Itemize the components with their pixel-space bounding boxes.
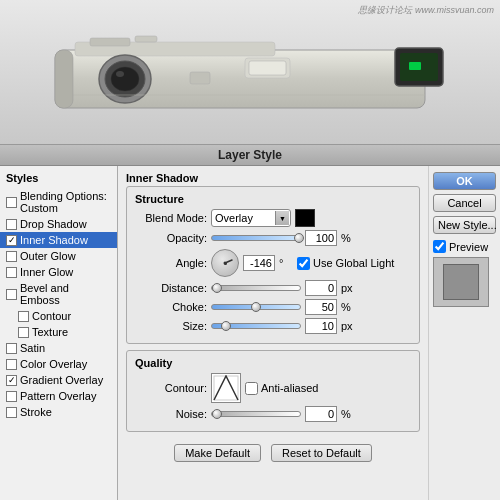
texture-checkbox[interactable] bbox=[18, 327, 29, 338]
preview-box bbox=[433, 257, 489, 307]
style-label-texture: Texture bbox=[32, 326, 68, 338]
noise-slider[interactable] bbox=[211, 411, 301, 417]
inner-shadow-checkbox[interactable]: ✓ bbox=[6, 235, 17, 246]
outer-glow-checkbox[interactable] bbox=[6, 251, 17, 262]
opacity-slider-handle[interactable] bbox=[294, 233, 304, 243]
opacity-input[interactable] bbox=[305, 230, 337, 246]
style-item-drop-shadow[interactable]: Drop Shadow bbox=[0, 216, 117, 232]
noise-input[interactable] bbox=[305, 406, 337, 422]
gradient-overlay-checkbox[interactable]: ✓ bbox=[6, 375, 17, 386]
contour-checkbox[interactable] bbox=[18, 311, 29, 322]
middle-panel: Inner Shadow Structure Blend Mode: Overl… bbox=[118, 166, 428, 500]
preview-label-row: Preview bbox=[433, 240, 496, 253]
dialog-title: Layer Style bbox=[218, 148, 282, 162]
angle-dial[interactable] bbox=[211, 249, 239, 277]
style-label-inner-glow: Inner Glow bbox=[20, 266, 73, 278]
size-label: Size: bbox=[135, 320, 207, 332]
cancel-button[interactable]: Cancel bbox=[433, 194, 496, 212]
choke-label: Choke: bbox=[135, 301, 207, 313]
style-label-blending: Blending Options: Custom bbox=[20, 190, 111, 214]
style-item-color-overlay[interactable]: Color Overlay bbox=[0, 356, 117, 372]
preview-inner bbox=[443, 264, 479, 300]
contour-thumb[interactable] bbox=[211, 373, 241, 403]
right-panel: OK Cancel New Style... Preview bbox=[428, 166, 500, 500]
distance-input[interactable] bbox=[305, 280, 337, 296]
anti-alias-label: Anti-aliased bbox=[261, 382, 318, 394]
watermark: 思缘设计论坛 www.missvuan.com bbox=[358, 4, 494, 17]
new-style-button[interactable]: New Style... bbox=[433, 216, 496, 234]
style-item-blending[interactable]: Blending Options: Custom bbox=[0, 188, 117, 216]
ok-button[interactable]: OK bbox=[433, 172, 496, 190]
svg-rect-10 bbox=[409, 62, 421, 70]
noise-slider-handle[interactable] bbox=[212, 409, 222, 419]
size-row: Size: px bbox=[135, 318, 411, 334]
choke-slider-handle[interactable] bbox=[251, 302, 261, 312]
dialog-title-bar: Layer Style bbox=[0, 145, 500, 166]
svg-rect-13 bbox=[190, 72, 210, 84]
svg-rect-3 bbox=[135, 36, 157, 42]
bevel-emboss-checkbox[interactable] bbox=[6, 289, 17, 300]
style-label-bevel-emboss: Bevel and Emboss bbox=[20, 282, 111, 306]
svg-rect-12 bbox=[249, 61, 286, 75]
blend-mode-row: Blend Mode: Overlay ▼ bbox=[135, 209, 411, 227]
angle-unit: ° bbox=[279, 257, 293, 269]
svg-point-7 bbox=[116, 71, 124, 77]
style-item-texture[interactable]: Texture bbox=[0, 324, 117, 340]
anti-alias-checkbox[interactable] bbox=[245, 382, 258, 395]
stroke-checkbox[interactable] bbox=[6, 407, 17, 418]
style-item-satin[interactable]: Satin bbox=[0, 340, 117, 356]
svg-rect-2 bbox=[90, 38, 130, 46]
distance-slider[interactable] bbox=[211, 285, 301, 291]
contour-row: Contour: Anti-aliased bbox=[135, 373, 411, 403]
blend-color-swatch[interactable] bbox=[295, 209, 315, 227]
preview-checkbox[interactable] bbox=[433, 240, 446, 253]
distance-slider-handle[interactable] bbox=[212, 283, 222, 293]
drop-shadow-checkbox[interactable] bbox=[6, 219, 17, 230]
style-item-bevel-emboss[interactable]: Bevel and Emboss bbox=[0, 280, 117, 308]
bottom-buttons: Make Default Reset to Default bbox=[126, 438, 420, 468]
style-label-gradient-overlay: Gradient Overlay bbox=[20, 374, 103, 386]
make-default-button[interactable]: Make Default bbox=[174, 444, 261, 462]
reset-to-default-button[interactable]: Reset to Default bbox=[271, 444, 372, 462]
angle-label: Angle: bbox=[135, 257, 207, 269]
style-item-contour[interactable]: Contour bbox=[0, 308, 117, 324]
color-overlay-checkbox[interactable] bbox=[6, 359, 17, 370]
pattern-overlay-checkbox[interactable] bbox=[6, 391, 17, 402]
structure-title: Structure bbox=[135, 193, 411, 205]
size-input[interactable] bbox=[305, 318, 337, 334]
inner-glow-checkbox[interactable] bbox=[6, 267, 17, 278]
distance-unit: px bbox=[341, 282, 355, 294]
style-item-stroke[interactable]: Stroke bbox=[0, 404, 117, 420]
distance-row: Distance: px bbox=[135, 280, 411, 296]
style-item-pattern-overlay[interactable]: Pattern Overlay bbox=[0, 388, 117, 404]
style-item-inner-glow[interactable]: Inner Glow bbox=[0, 264, 117, 280]
blend-mode-select[interactable]: Overlay ▼ bbox=[211, 209, 291, 227]
opacity-unit: % bbox=[341, 232, 355, 244]
size-slider-handle[interactable] bbox=[221, 321, 231, 331]
choke-slider[interactable] bbox=[211, 304, 301, 310]
layer-style-dialog: Layer Style Styles Blending Options: Cus… bbox=[0, 145, 500, 500]
use-global-light-checkbox[interactable] bbox=[297, 257, 310, 270]
opacity-slider[interactable] bbox=[211, 235, 301, 241]
inner-shadow-section-title: Inner Shadow bbox=[126, 172, 420, 184]
structure-section: Structure Blend Mode: Overlay ▼ Opacity: bbox=[126, 186, 420, 344]
noise-unit: % bbox=[341, 408, 355, 420]
choke-input[interactable] bbox=[305, 299, 337, 315]
angle-input[interactable] bbox=[243, 255, 275, 271]
svg-point-17 bbox=[224, 262, 227, 265]
satin-checkbox[interactable] bbox=[6, 343, 17, 354]
style-label-inner-shadow: Inner Shadow bbox=[20, 234, 88, 246]
style-label-contour: Contour bbox=[32, 310, 71, 322]
style-item-outer-glow[interactable]: Outer Glow bbox=[0, 248, 117, 264]
blending-checkbox[interactable] bbox=[6, 197, 17, 208]
distance-label: Distance: bbox=[135, 282, 207, 294]
opacity-row: Opacity: % bbox=[135, 230, 411, 246]
style-label-drop-shadow: Drop Shadow bbox=[20, 218, 87, 230]
anti-alias-row: Anti-aliased bbox=[245, 382, 318, 395]
contour-label: Contour: bbox=[135, 382, 207, 394]
size-slider[interactable] bbox=[211, 323, 301, 329]
style-item-gradient-overlay[interactable]: ✓ Gradient Overlay bbox=[0, 372, 117, 388]
style-item-inner-shadow[interactable]: ✓ Inner Shadow bbox=[0, 232, 117, 248]
use-global-light-label: Use Global Light bbox=[313, 257, 394, 269]
opacity-label: Opacity: bbox=[135, 232, 207, 244]
